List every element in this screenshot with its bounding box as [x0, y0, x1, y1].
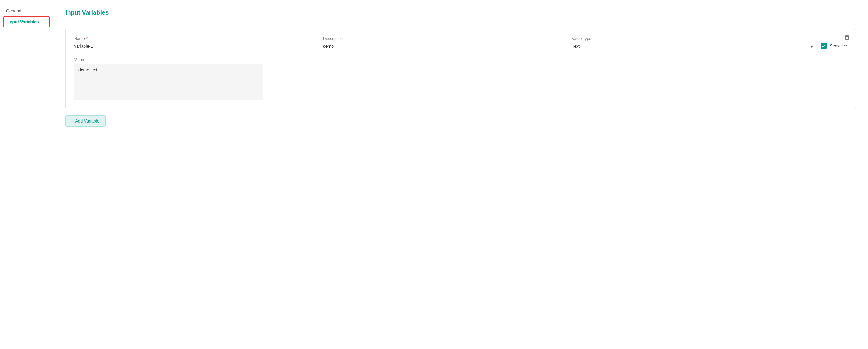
- trash-icon: [844, 34, 850, 40]
- sidebar-item-general[interactable]: General: [0, 6, 53, 16]
- value-textarea-wrapper: demo text: [74, 64, 847, 101]
- add-variable-button[interactable]: + Add Variable: [65, 115, 105, 127]
- description-input[interactable]: [323, 42, 564, 50]
- description-field: Description: [323, 36, 564, 50]
- sensitive-checkbox[interactable]: [820, 43, 827, 49]
- sidebar-item-input-variables[interactable]: Input Variables: [3, 17, 50, 27]
- form-row-top: Name * Description Value Type Text Numbe…: [74, 36, 847, 50]
- value-textarea[interactable]: demo text: [74, 64, 263, 100]
- section-divider: [65, 21, 856, 21]
- delete-variable-button[interactable]: [843, 33, 851, 42]
- main-content: Input Variables Name * Description: [53, 0, 868, 349]
- value-label: Value: [74, 58, 847, 62]
- checkmark-icon: [822, 44, 826, 48]
- sensitive-wrapper[interactable]: Sensitive: [820, 43, 847, 50]
- value-type-field: Value Type Text Number Boolean Secret ▾: [572, 36, 813, 50]
- name-field: Name *: [74, 36, 316, 50]
- variable-card: Name * Description Value Type Text Numbe…: [65, 29, 856, 109]
- page-title: Input Variables: [65, 9, 856, 16]
- sensitive-label: Sensitive: [830, 43, 847, 48]
- sidebar: General Input Variables: [0, 0, 53, 349]
- description-label: Description: [323, 36, 564, 41]
- required-indicator: *: [86, 36, 88, 41]
- value-type-wrapper: Text Number Boolean Secret ▾: [572, 42, 813, 50]
- value-type-label: Value Type: [572, 36, 813, 41]
- value-type-select[interactable]: Text Number Boolean Secret: [572, 42, 813, 50]
- name-input[interactable]: [74, 42, 316, 50]
- name-label: Name *: [74, 36, 316, 41]
- value-section: Value demo text: [74, 58, 847, 101]
